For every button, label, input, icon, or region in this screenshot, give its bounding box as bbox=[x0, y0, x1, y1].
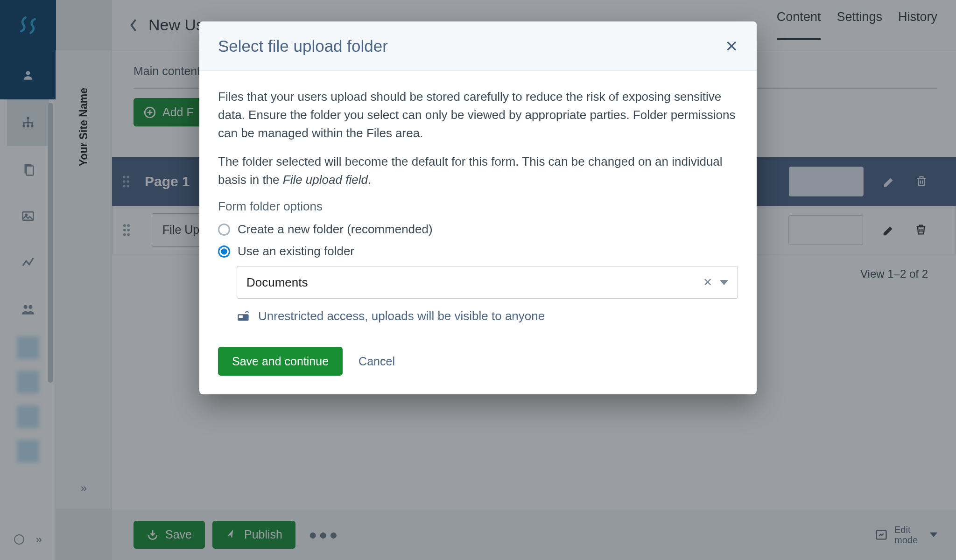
warning-text: Unrestricted access, uploads will be vis… bbox=[258, 309, 545, 323]
access-warning: Unrestricted access, uploads will be vis… bbox=[237, 309, 738, 323]
radio-existing-folder[interactable]: Use an existing folder bbox=[218, 244, 738, 259]
radio-icon-checked bbox=[218, 245, 230, 258]
modal-paragraph-2: The folder selected will become the defa… bbox=[218, 153, 738, 189]
chevron-down-icon bbox=[720, 280, 728, 285]
close-icon[interactable]: ✕ bbox=[725, 37, 738, 56]
modal-overlay[interactable]: Select file upload folder ✕ Files that y… bbox=[0, 0, 956, 560]
svg-rect-26 bbox=[239, 315, 243, 318]
folder-select[interactable]: Documents ✕ bbox=[237, 266, 738, 299]
selected-folder-label: Documents bbox=[246, 275, 308, 290]
radio-new-folder[interactable]: Create a new folder (recommended) bbox=[218, 222, 738, 237]
save-and-continue-button[interactable]: Save and continue bbox=[218, 347, 343, 376]
cancel-button[interactable]: Cancel bbox=[358, 355, 395, 368]
radio-existing-label: Use an existing folder bbox=[238, 244, 354, 259]
modal-title: Select file upload folder bbox=[218, 37, 388, 56]
radio-new-label: Create a new folder (recommended) bbox=[238, 222, 433, 237]
clear-selection-icon[interactable]: ✕ bbox=[703, 276, 712, 289]
options-label: Form folder options bbox=[218, 199, 738, 214]
select-folder-modal: Select file upload folder ✕ Files that y… bbox=[199, 21, 757, 394]
radio-icon bbox=[218, 224, 230, 236]
modal-header: Select file upload folder ✕ bbox=[199, 21, 757, 71]
modal-paragraph-1: Files that your users upload should be s… bbox=[218, 88, 738, 142]
